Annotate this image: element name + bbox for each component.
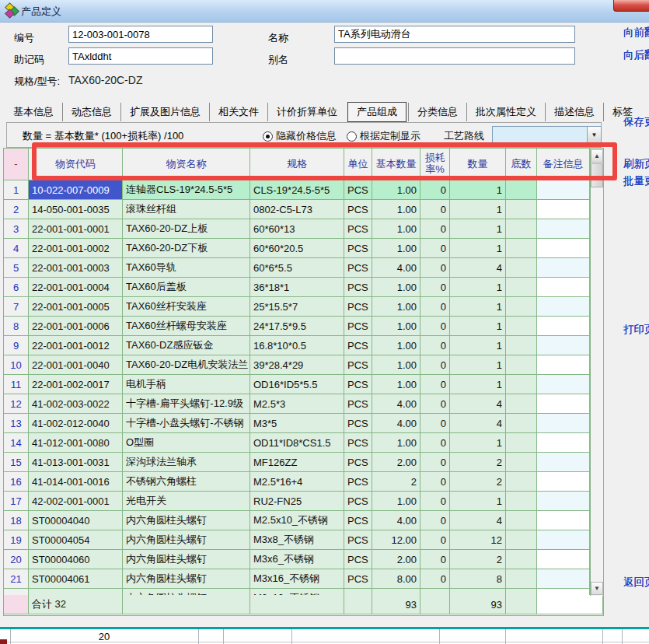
cell-spec[interactable]: RU2-FN25 [250, 492, 344, 510]
cell-unit[interactable]: PCS [344, 258, 372, 277]
cell-material-code[interactable]: 41-002-003-0022 [29, 394, 123, 413]
cell-loss-rate[interactable]: 0 [420, 258, 450, 277]
cell-remark[interactable] [537, 180, 590, 199]
cell-qty[interactable]: 1 [450, 278, 506, 296]
table-row[interactable]: 622-001-001-0004TAX60后盖板36*18*1PCS1.0001 [4, 278, 603, 297]
table-row[interactable]: 1341-002-012-0040十字槽-小盘头螺钉-不锈钢M3*5PCS4.0… [4, 414, 603, 433]
cell-unit[interactable]: PCS [344, 589, 372, 595]
cell-base[interactable] [506, 453, 537, 471]
cell-material-code[interactable]: 22-001-001-0012 [29, 336, 123, 355]
cell-material-name[interactable]: 内六角圆柱头螺钉 [123, 511, 250, 530]
header-row-number[interactable]: - [4, 149, 29, 180]
cell-base[interactable] [506, 589, 537, 595]
cell-loss-rate[interactable]: 0 [420, 550, 450, 569]
cell-remark[interactable] [537, 375, 590, 394]
header-unit[interactable]: 单位 [344, 149, 372, 180]
cell-loss-rate[interactable]: 0 [420, 200, 450, 219]
scroll-down-icon[interactable]: ▼ [591, 582, 603, 595]
cell-base-qty[interactable]: 1.00 [372, 239, 420, 257]
cell-qty[interactable]: 12 [450, 530, 506, 549]
cell-unit[interactable]: PCS [344, 317, 372, 335]
cell-material-code[interactable]: 14-050-001-0035 [29, 200, 123, 219]
cell-spec[interactable]: OD16*ID5*5.5 [250, 375, 344, 394]
cell-loss-rate[interactable]: 0 [420, 219, 450, 238]
table-row[interactable]: 1541-013-001-0031深沟球法兰轴承MF126ZZPCS2.0002 [4, 453, 603, 472]
cell-remark[interactable] [537, 569, 590, 588]
cell-remark[interactable] [537, 394, 590, 413]
cell-qty[interactable]: 1 [450, 317, 506, 335]
cell-material-code[interactable]: 10-022-007-0009 [29, 180, 123, 199]
header-spec[interactable]: 规格 [250, 149, 344, 180]
cell-material-code[interactable]: ST00004060 [29, 550, 123, 569]
cell-loss-rate[interactable]: 0 [420, 239, 450, 257]
cell-unit[interactable]: PCS [344, 336, 372, 355]
cell-qty[interactable]: 1 [450, 492, 506, 510]
table-row[interactable]: 214-050-001-0035滚珠丝杆组0802-C5-L73PCS1.000… [4, 200, 603, 219]
cell-material-name[interactable]: 内六角圆柱头螺钉 [123, 530, 250, 549]
cell-loss-rate[interactable]: 0 [420, 511, 450, 530]
cell-loss-rate[interactable]: 0 [420, 180, 450, 199]
cell-material-code[interactable]: 22-001-001-0005 [29, 297, 123, 316]
cell-spec[interactable]: M3x8_不锈钢 [250, 530, 344, 549]
cell-material-name[interactable]: TAX60导轨 [123, 258, 250, 277]
cell-loss-rate[interactable]: 0 [420, 589, 450, 595]
side-button-1[interactable]: 向后翻页 [623, 48, 649, 62]
cell-spec[interactable]: 39*28.4*29 [250, 355, 344, 374]
cell-remark[interactable] [537, 355, 590, 374]
table-row[interactable]: 722-001-001-0005TAX60丝杆安装座25*15.5*7PCS1.… [4, 297, 603, 317]
cell-base[interactable] [506, 492, 537, 510]
table-row[interactable]: 422-001-001-0002TAX60-20-DZ下板60*60*20.5P… [4, 239, 603, 258]
cell-material-code[interactable]: ST00004061 [29, 569, 123, 588]
cell-loss-rate[interactable]: 0 [420, 492, 450, 510]
cell-qty[interactable]: 2 [450, 550, 506, 569]
cell-spec[interactable]: 24*17.5*9.5 [250, 317, 344, 335]
cell-base[interactable] [506, 180, 537, 199]
cell-remark[interactable] [537, 472, 590, 491]
cell-unit[interactable]: PCS [344, 453, 372, 471]
tab-5[interactable]: 产品组成 [347, 102, 406, 122]
cell-loss-rate[interactable]: 0 [420, 472, 450, 491]
cell-qty[interactable]: 3 [450, 589, 506, 595]
mnemonic-input[interactable] [68, 47, 213, 65]
cell-spec[interactable]: M3x16_不锈钢 [250, 569, 344, 588]
cell-material-code[interactable]: 22-001-001-0006 [29, 317, 123, 335]
cell-qty[interactable]: 1 [450, 239, 506, 257]
cell-remark[interactable] [537, 433, 590, 452]
table-row[interactable]: 1022-001-001-0040TAX60-20-DZ电机安装法兰39*28.… [4, 355, 603, 375]
cell-base[interactable] [506, 530, 537, 549]
cell-material-name[interactable]: TAX60丝杆安装座 [123, 297, 250, 316]
cell-material-code[interactable]: 22-001-002-0017 [29, 375, 123, 394]
header-loss-rate[interactable]: 损耗率% [420, 149, 450, 180]
scrollbar-thumb[interactable] [591, 163, 603, 187]
cell-base[interactable] [506, 219, 537, 238]
cell-material-name[interactable]: 内六角圆柱头螺钉 [123, 550, 250, 569]
cell-unit[interactable]: PCS [344, 180, 372, 199]
radio-hide-price[interactable]: 隐藏价格信息 [263, 129, 337, 143]
header-base[interactable]: 底数 [506, 149, 537, 180]
cell-material-name[interactable]: TAX60后盖板 [123, 278, 250, 296]
side-button-0[interactable]: 向前翻页 [623, 26, 649, 40]
cell-spec[interactable]: OD11*ID8*CS1.5 [250, 433, 344, 452]
cell-base-qty[interactable]: 1.00 [372, 180, 420, 199]
cell-base[interactable] [506, 569, 537, 588]
cell-base-qty[interactable]: 1.00 [372, 492, 420, 510]
cell-remark[interactable] [537, 414, 590, 432]
table-row[interactable]: 19ST00004054内六角圆柱头螺钉M3x8_不锈钢PCS12.00012 [4, 530, 603, 550]
cell-spec[interactable]: CLS-19*24.5-5*5 [250, 180, 344, 199]
cell-base[interactable] [506, 414, 537, 432]
cell-base-qty[interactable]: 1.00 [372, 317, 420, 335]
cell-spec[interactable]: 0802-C5-L73 [250, 200, 344, 219]
cell-material-code[interactable]: 22-001-001-0003 [29, 258, 123, 277]
cell-base-qty[interactable]: 3.00 [372, 589, 420, 595]
cell-material-code[interactable]: ST00004063 [29, 589, 123, 595]
table-row[interactable]: 21ST00004061内六角圆柱头螺钉M3x16_不锈钢PCS8.0008 [4, 569, 603, 589]
cell-loss-rate[interactable]: 0 [420, 453, 450, 471]
cell-qty[interactable]: 1 [450, 355, 506, 374]
cell-qty[interactable]: 4 [450, 258, 506, 277]
cell-base[interactable] [506, 511, 537, 530]
cell-qty[interactable]: 1 [450, 180, 506, 199]
tab-4[interactable]: 计价折算单位 [267, 103, 346, 121]
table-row[interactable]: 322-001-001-0001TAX60-20-DZ上板60*60*13PCS… [4, 219, 603, 239]
cell-base[interactable] [506, 239, 537, 257]
cell-material-name[interactable]: O型圈 [123, 433, 250, 452]
